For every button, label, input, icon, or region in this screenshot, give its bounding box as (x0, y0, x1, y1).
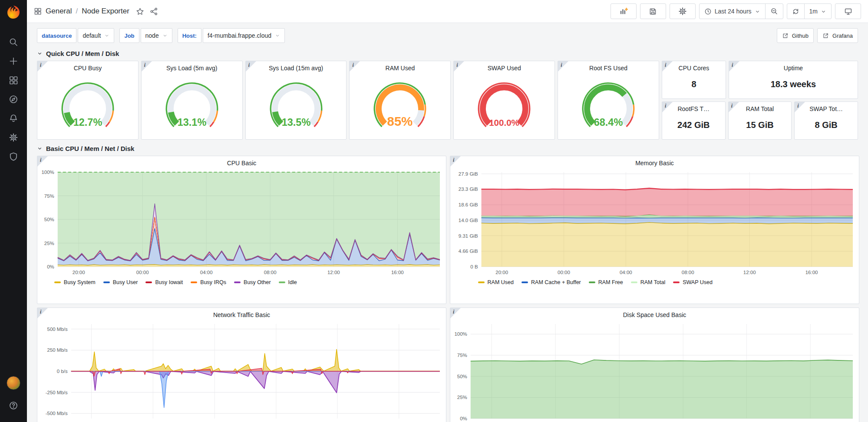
memory-basic-legend: RAM UsedRAM Cache + BufferRAM FreeRAM To… (478, 279, 856, 285)
legend-item[interactable]: RAM Free (589, 279, 623, 285)
user-avatar[interactable] (7, 376, 20, 390)
page-title[interactable]: Node Exporter (82, 7, 129, 16)
sidebar (0, 0, 27, 422)
panel-title[interactable]: Sys Load (5m avg) (142, 62, 242, 74)
variable-host-label[interactable]: Host: (178, 28, 201, 43)
section-quick-header[interactable]: Quick CPU / Mem / Disk (37, 50, 858, 57)
gauge-swap-used[interactable]: 100.0% (462, 75, 547, 137)
panel-info-icon[interactable] (729, 102, 739, 112)
panel-title[interactable]: SWAP Used (454, 62, 554, 74)
grafana-logo[interactable] (6, 5, 21, 20)
svg-text:25%: 25% (44, 241, 54, 246)
gauge-root-fs-used[interactable]: 68.4% (566, 75, 651, 137)
dashboard-submenu: datasource default Job node Host: f4-mum… (27, 23, 868, 45)
stat-value: 15 GiB (729, 114, 792, 139)
panel-title[interactable]: Root FS Used (558, 62, 659, 74)
stat-value: 242 GiB (662, 114, 725, 139)
panel-title[interactable]: Uptime (729, 62, 858, 74)
panel-info-icon[interactable] (450, 308, 461, 318)
legend-item[interactable]: Busy IRQs (191, 279, 226, 285)
cpu-basic-legend: Busy SystemBusy UserBusy IowaitBusy IRQs… (54, 279, 443, 285)
panel-info-icon[interactable] (795, 102, 805, 112)
svg-text:12:00: 12:00 (327, 270, 340, 275)
time-range-button[interactable]: Last 24 hours (700, 4, 765, 19)
svg-text:0 b/s: 0 b/s (57, 369, 68, 374)
panel-title[interactable]: Memory Basic (453, 157, 856, 169)
dashboards-icon[interactable] (3, 71, 23, 90)
svg-text:50%: 50% (457, 374, 467, 379)
panel-info-icon[interactable] (662, 102, 673, 112)
cpu-basic-chart[interactable]: 20:0000:0004:0008:0012:0016:00100%75%50%… (40, 169, 443, 277)
panel-title[interactable]: Disk Space Used Basic (453, 309, 856, 321)
variable-datasource-value[interactable]: default (78, 28, 114, 43)
gauge-cpu-busy[interactable]: 12.7% (45, 75, 130, 137)
legend-item[interactable]: Busy User (103, 279, 138, 285)
panel-info-icon[interactable] (37, 61, 48, 72)
tv-mode-button[interactable] (835, 3, 861, 19)
svg-text:00:00: 00:00 (136, 270, 149, 275)
apps-grid-icon (34, 7, 42, 15)
plus-icon[interactable] (3, 52, 23, 71)
add-panel-button[interactable] (611, 3, 637, 19)
panel-network-traffic-basic: i Network Traffic Basic 20:0000:0004:000… (37, 308, 446, 422)
legend-item[interactable]: RAM Cache + Buffer (521, 279, 581, 285)
gauge-ram-used[interactable]: 85% (357, 75, 442, 137)
panel-info-icon[interactable] (350, 61, 360, 72)
github-link[interactable]: Github (777, 28, 814, 43)
refresh-button[interactable] (787, 4, 804, 19)
gauge-sys-load-5m[interactable]: 13.1% (149, 75, 234, 137)
refresh-interval-button[interactable]: 1m (804, 4, 831, 19)
panel-title[interactable]: RAM Used (350, 62, 450, 74)
panel-info-icon[interactable] (729, 61, 739, 72)
panel-info-icon[interactable] (662, 61, 673, 72)
panel-info-icon[interactable] (37, 308, 48, 318)
legend-item[interactable]: RAM Used (478, 279, 514, 285)
time-picker-group: Last 24 hours (699, 3, 783, 19)
panel-title[interactable]: Sys Load (15m avg) (246, 62, 347, 74)
legend-item[interactable]: Busy Iowait (145, 279, 183, 285)
configuration-gear-icon[interactable] (3, 128, 23, 147)
variable-job-label[interactable]: Job (119, 28, 139, 43)
panel-ram-total: i RAM Total 15 GiB (728, 101, 792, 140)
admin-shield-icon[interactable] (3, 147, 23, 166)
panel-title[interactable]: CPU Busy (37, 62, 138, 74)
search-icon[interactable] (3, 33, 23, 52)
variable-host: Host: f4-mumbai.frappe.cloud (178, 28, 285, 43)
variable-job-value[interactable]: node (141, 28, 172, 43)
svg-text:04:00: 04:00 (200, 270, 213, 275)
panel-title[interactable]: CPU Basic (40, 157, 443, 169)
gauge-sys-load-15m[interactable]: 13.5% (254, 75, 339, 137)
share-icon[interactable] (150, 7, 158, 16)
alerting-bell-icon[interactable] (3, 109, 23, 128)
svg-text:16:00: 16:00 (805, 270, 818, 275)
star-icon[interactable] (136, 7, 144, 16)
legend-item[interactable]: SWAP Used (673, 279, 713, 285)
panel-info-icon[interactable] (558, 61, 568, 72)
dashboard-settings-button[interactable] (670, 3, 696, 19)
network-traffic-chart[interactable]: 20:0000:0004:0008:0012:0016:00500 Mb/s25… (40, 321, 443, 422)
help-icon[interactable] (3, 396, 23, 415)
svg-text:100%: 100% (454, 331, 467, 337)
zoom-out-button[interactable] (765, 4, 783, 19)
legend-item[interactable]: Busy Other (234, 279, 271, 285)
explore-compass-icon[interactable] (3, 90, 23, 109)
save-dashboard-button[interactable] (640, 3, 666, 19)
legend-item[interactable]: Busy System (54, 279, 96, 285)
panel-info-icon[interactable] (142, 61, 152, 72)
grafana-link[interactable]: Grafana (817, 28, 858, 43)
panel-info-icon[interactable] (450, 156, 461, 167)
legend-item[interactable]: Idle (279, 279, 297, 285)
panel-swap-total: i SWAP Tot… 8 GiB (794, 101, 858, 140)
panel-info-icon[interactable] (37, 156, 48, 167)
breadcrumb-separator: / (76, 7, 78, 16)
panel-info-icon[interactable] (454, 61, 464, 72)
legend-item[interactable]: RAM Total (631, 279, 665, 285)
variable-host-value[interactable]: f4-mumbai.frappe.cloud (203, 28, 285, 43)
variable-datasource-label[interactable]: datasource (37, 28, 76, 43)
breadcrumb-folder[interactable]: General (46, 7, 72, 16)
section-basic-header[interactable]: Basic CPU / Mem / Net / Disk (37, 145, 858, 152)
memory-basic-chart[interactable]: 20:0000:0004:0008:0012:0016:0027.9 GiB23… (453, 169, 856, 277)
panel-title[interactable]: Network Traffic Basic (40, 309, 443, 321)
panel-info-icon[interactable] (246, 61, 256, 72)
disk-space-chart[interactable]: 20:0000:0004:0008:0012:0016:00100%75%50%… (453, 321, 856, 422)
